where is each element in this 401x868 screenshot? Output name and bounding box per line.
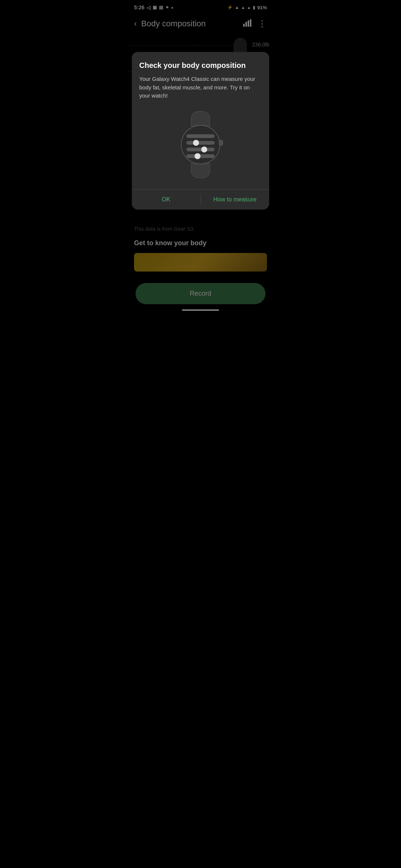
svg-point-10	[201, 147, 207, 152]
svg-point-8	[193, 140, 199, 146]
watch-illustration	[139, 108, 262, 182]
svg-rect-9	[186, 148, 215, 151]
dialog-button-row: OK How to measure	[132, 189, 269, 210]
svg-point-12	[195, 153, 200, 159]
svg-rect-5	[219, 140, 223, 145]
ok-button[interactable]: OK	[132, 190, 200, 210]
how-to-measure-button[interactable]: How to measure	[201, 190, 270, 210]
body-composition-dialog: Check your body composition Your Galaxy …	[132, 52, 269, 210]
svg-rect-6	[186, 134, 215, 138]
dialog-description: Your Galaxy Watch4 Classic can measure y…	[139, 75, 262, 100]
svg-rect-7	[186, 141, 215, 145]
dialog-title: Check your body composition	[139, 61, 262, 70]
watch-svg	[171, 108, 230, 182]
